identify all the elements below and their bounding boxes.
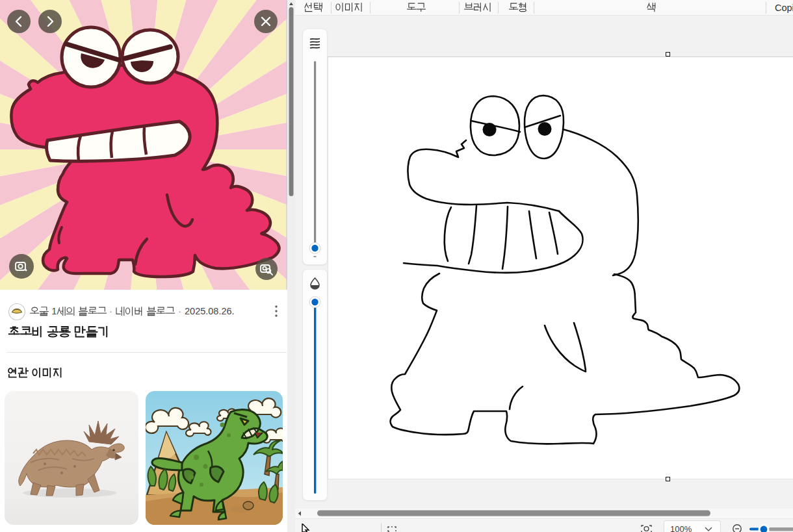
svg-text:1: 1	[51, 306, 57, 316]
